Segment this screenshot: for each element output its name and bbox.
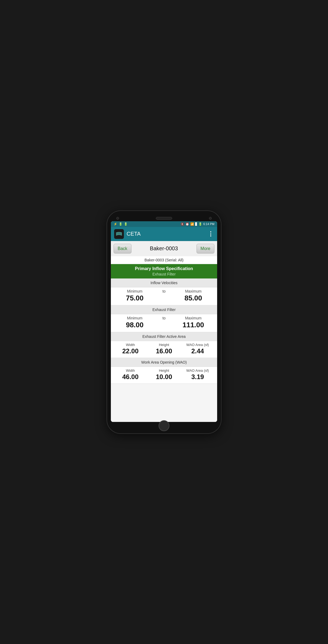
wao-height-label: Height (147, 369, 181, 373)
phone-sensor (209, 217, 212, 220)
exhaust-filter-header: Exhaust Filter (111, 305, 217, 314)
status-left-icons: ⚡ 🔋 🔋 (114, 222, 128, 226)
inflow-min-value: 75.00 (115, 294, 154, 302)
phone-top-bar (111, 216, 217, 221)
exhaust-area-height-value: 16.00 (147, 347, 181, 355)
primary-section-subtitle: Exhaust Filter (114, 272, 214, 276)
more-button[interactable]: More (197, 244, 214, 254)
wao-wao-value: 3.19 (181, 373, 214, 381)
battery-icon-2: 🔋 (124, 222, 128, 226)
inflow-velocities-header: Inflow Velocities (111, 278, 217, 287)
wao-width-value: 46.00 (114, 373, 147, 381)
exhaust-min-value: 98.00 (115, 321, 154, 329)
alarm-icon: ⏰ (185, 222, 189, 226)
status-bar: ⚡ 🔋 🔋 🔇 ⏰ 📶 ▊ 🔋 6:14 PM (111, 221, 217, 227)
wao-width-label: Width (114, 369, 147, 373)
wao-data: Width Height WAO Area (sf) 46.00 10.00 3… (111, 367, 217, 384)
wao-height-value: 10.00 (147, 373, 181, 381)
inflow-velocities-data: Minimum to Maximum 75.00 85.00 (111, 287, 217, 305)
exhaust-filter-label: Exhaust Filter (152, 307, 176, 312)
inflow-min-label: Minimum (115, 289, 154, 293)
overflow-menu-icon[interactable]: ⋮ (208, 230, 214, 238)
home-button[interactable] (159, 420, 169, 431)
front-camera (116, 217, 119, 220)
main-content[interactable]: Back Baker-0003 More Baker-0003 (Serial:… (111, 241, 217, 422)
exhaust-area-wao-label: WAO Area (sf) (181, 343, 214, 347)
exhaust-min-label: Minimum (115, 316, 154, 320)
inflow-to-label: to (154, 289, 174, 293)
battery-status-icon: 🔋 (198, 222, 202, 226)
wao-wao-label: WAO Area (sf) (181, 369, 214, 373)
page-title: Baker-0003 (134, 245, 194, 252)
time-display: 6:14 PM (203, 222, 214, 226)
usb-icon: ⚡ (114, 222, 117, 226)
exhaust-area-width-value: 22.00 (114, 347, 147, 355)
app-logo (114, 229, 124, 239)
phone-bottom-bar (111, 423, 217, 428)
app-bar: CETA ⋮ (111, 227, 217, 241)
inflow-max-label: Maximum (174, 289, 213, 293)
header-row: Back Baker-0003 More (111, 241, 217, 256)
signal-icon: ▊ (195, 222, 197, 226)
inflow-velocities-label: Inflow Velocities (150, 281, 178, 285)
inflow-max-value: 85.00 (174, 294, 213, 302)
status-right-icons: 🔇 ⏰ 📶 ▊ 🔋 6:14 PM (181, 222, 214, 226)
exhaust-max-label: Maximum (174, 316, 213, 320)
exhaust-area-data: Width Height WAO Area (sf) 22.00 16.00 2… (111, 341, 217, 358)
primary-section-title: Primary Inflow Specification (114, 266, 214, 271)
primary-section-header: Primary Inflow Specification Exhaust Fil… (111, 264, 217, 278)
exhaust-area-height-label: Height (147, 343, 181, 347)
phone-screen: ⚡ 🔋 🔋 🔇 ⏰ 📶 ▊ 🔋 6:14 PM (111, 221, 217, 422)
wao-header: Work Area Opening (WAO) (111, 358, 217, 367)
exhaust-filter-data: Minimum to Maximum 98.00 111.00 (111, 314, 217, 332)
exhaust-area-width-label: Width (114, 343, 147, 347)
exhaust-area-header: Exhaust Filter Active Area (111, 332, 217, 341)
exhaust-area-wao-value: 2.44 (181, 347, 214, 355)
phone-speaker (156, 217, 172, 220)
wao-label: Work Area Opening (WAO) (141, 360, 187, 364)
back-button[interactable]: Back (114, 244, 131, 254)
subtitle-text: Baker-0003 (Serial: All) (144, 258, 184, 262)
mute-icon: 🔇 (181, 222, 184, 226)
exhaust-area-label: Exhaust Filter Active Area (142, 334, 186, 339)
exhaust-to-label: to (154, 316, 174, 320)
battery-icon-1: 🔋 (119, 222, 123, 226)
wifi-icon: 📶 (190, 222, 194, 226)
exhaust-max-value: 111.00 (174, 321, 213, 329)
subtitle-row: Baker-0003 (Serial: All) (111, 256, 217, 264)
phone-device: ⚡ 🔋 🔋 🔇 ⏰ 📶 ▊ 🔋 6:14 PM (107, 211, 221, 433)
app-title-label: CETA (127, 231, 208, 237)
